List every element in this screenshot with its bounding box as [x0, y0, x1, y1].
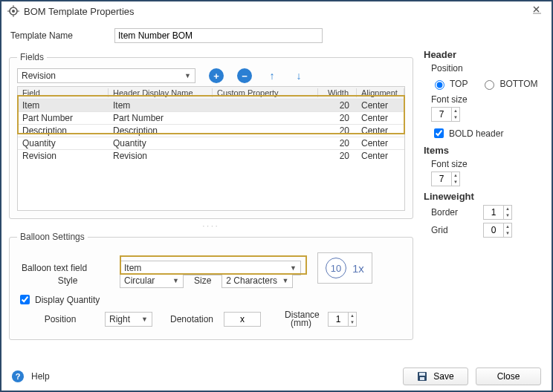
- display-quantity-checkbox[interactable]: Display Quantity: [17, 293, 100, 307]
- col-field: Field: [18, 88, 109, 97]
- spin-down-icon[interactable]: ▼: [504, 212, 511, 219]
- save-button[interactable]: Save: [403, 368, 468, 385]
- balloon-preview-circle: 10: [326, 258, 346, 278]
- spin-down-icon[interactable]: ▼: [349, 319, 356, 326]
- balloon-size-combo[interactable]: 2 Characters ▼: [221, 273, 293, 288]
- balloon-size-label: Size: [190, 275, 216, 286]
- col-align: Alignment: [357, 88, 404, 97]
- header-font-size-input[interactable]: [432, 109, 451, 120]
- header-position-top-radio[interactable]: TOP: [431, 78, 468, 90]
- grid-input[interactable]: [484, 225, 503, 235]
- save-disk-icon: [417, 371, 427, 382]
- spin-down-icon[interactable]: ▼: [452, 114, 459, 121]
- spin-down-icon[interactable]: ▼: [452, 179, 459, 186]
- balloon-legend: Balloon Settings: [17, 232, 88, 242]
- balloon-denotation-label: Denotation: [166, 314, 218, 324]
- col-width: Width: [318, 88, 357, 97]
- remove-field-button[interactable]: −: [237, 68, 252, 83]
- fields-grid-header: Field Header Display Name Custom Propert…: [18, 86, 404, 99]
- balloon-style-label: Style: [17, 275, 114, 286]
- table-row[interactable]: Part Number Part Number 20 Center: [18, 111, 404, 124]
- svg-rect-11: [420, 377, 424, 380]
- field-selector-value: Revision: [22, 71, 183, 81]
- spin-up-icon[interactable]: ▲: [452, 108, 459, 114]
- balloon-distance-label: Distance (mm): [280, 311, 322, 327]
- border-input[interactable]: [484, 207, 503, 218]
- close-button[interactable]: Close: [476, 368, 541, 385]
- chevron-down-icon: ▼: [140, 316, 149, 323]
- col-display: Header Display Name: [109, 88, 213, 97]
- help-label[interactable]: Help: [31, 371, 50, 382]
- svg-rect-10: [419, 373, 425, 376]
- border-spin[interactable]: ▲▼: [483, 205, 512, 220]
- template-name-input[interactable]: [114, 28, 323, 43]
- spin-down-icon[interactable]: ▼: [504, 230, 511, 237]
- window-close-button[interactable]: [529, 5, 546, 17]
- header-position-bottom-radio[interactable]: BOTTOM: [481, 78, 537, 90]
- items-section-title: Items: [424, 145, 544, 156]
- spin-up-icon[interactable]: ▲: [349, 313, 356, 319]
- fields-legend: Fields: [17, 52, 47, 62]
- template-name-label: Template Name: [10, 30, 114, 41]
- titlebar: BOM Template Properties: [1, 1, 552, 21]
- spin-up-icon[interactable]: ▲: [504, 223, 511, 230]
- balloon-denotation-input[interactable]: [224, 312, 261, 327]
- table-row[interactable]: Quantity Quantity 20 Center: [18, 137, 404, 149]
- move-down-button[interactable]: ↓: [292, 69, 305, 82]
- bold-header-checkbox[interactable]: BOLD header: [431, 126, 503, 140]
- display-quantity-label: Display Quantity: [35, 295, 100, 305]
- border-label: Border: [431, 207, 483, 218]
- spin-up-icon[interactable]: ▲: [452, 172, 459, 179]
- grid-label: Grid: [431, 225, 483, 235]
- chevron-down-icon: ▼: [288, 264, 298, 272]
- help-icon[interactable]: ?: [12, 370, 24, 382]
- template-name-row: Template Name: [10, 28, 413, 43]
- svg-point-1: [12, 10, 15, 13]
- col-custom: Custom Property: [213, 88, 318, 97]
- balloon-position-label: Position: [17, 314, 99, 324]
- splitter-handle[interactable]: ····: [9, 222, 413, 230]
- balloon-section: Balloon Settings Balloon text field Item…: [9, 232, 413, 340]
- balloon-position-combo[interactable]: Right ▼: [105, 312, 152, 327]
- chevron-down-icon: ▼: [280, 277, 290, 284]
- display-quantity-input[interactable]: [20, 295, 30, 304]
- balloon-preview: 10 1x: [317, 252, 372, 284]
- grid-spin[interactable]: ▲▼: [483, 223, 512, 238]
- header-section-title: Header: [424, 49, 544, 60]
- header-position-label: Position: [431, 63, 544, 74]
- header-font-size-label: Font size: [431, 94, 544, 105]
- table-row[interactable]: Item Item 20 Center: [18, 99, 404, 111]
- add-field-button[interactable]: +: [209, 68, 224, 83]
- chevron-down-icon: ▼: [183, 72, 193, 79]
- spin-up-icon[interactable]: ▲: [504, 206, 511, 212]
- items-font-size-label: Font size: [431, 159, 544, 169]
- balloon-preview-text: 1x: [352, 262, 364, 275]
- fields-section: Fields Revision ▼ + − ↑ ↓ Field Header D…: [9, 52, 413, 219]
- balloon-distance-spin[interactable]: ▲▼: [328, 312, 357, 327]
- app-icon: [7, 5, 19, 17]
- footer: ? Help Save Close: [1, 362, 552, 391]
- header-font-size-spin[interactable]: ▲▼: [431, 107, 460, 122]
- table-row[interactable]: Description Description 20 Center: [18, 124, 404, 137]
- field-selector-combo[interactable]: Revision ▼: [17, 68, 195, 83]
- balloon-text-field-label: Balloon text field: [17, 263, 114, 273]
- fields-grid: Field Header Display Name Custom Propert…: [17, 86, 405, 211]
- window-title: BOM Template Properties: [24, 6, 135, 17]
- items-font-size-spin[interactable]: ▲▼: [431, 172, 460, 186]
- balloon-style-combo[interactable]: Circular ▼: [120, 273, 184, 288]
- lineweight-section-title: Lineweight: [424, 191, 544, 202]
- balloon-distance-input[interactable]: [329, 314, 348, 324]
- move-up-button[interactable]: ↑: [265, 69, 279, 82]
- chevron-down-icon: ▼: [171, 277, 181, 284]
- table-row[interactable]: Revision Revision 20 Center: [18, 149, 404, 162]
- items-font-size-input[interactable]: [432, 174, 451, 184]
